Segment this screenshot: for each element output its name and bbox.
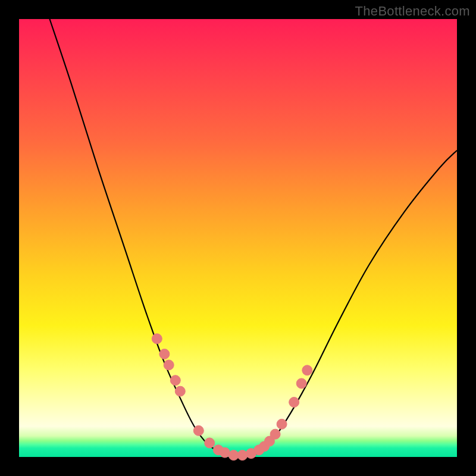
marker-dot: [296, 378, 306, 389]
marker-dot: [152, 334, 162, 344]
watermark-text: TheBottleneck.com: [355, 4, 470, 19]
marker-dot: [289, 397, 299, 408]
marker-dot: [164, 360, 174, 370]
outer-frame: TheBottleneck.com: [0, 0, 476, 476]
marker-dot: [175, 386, 185, 396]
marker-dots-group: [152, 334, 312, 461]
marker-dot: [237, 450, 248, 461]
curve-right-branch: [260, 151, 457, 453]
marker-dot: [277, 419, 287, 429]
plot-area: [19, 19, 457, 457]
marker-dot: [170, 375, 180, 386]
marker-dot: [159, 349, 170, 359]
marker-dot: [205, 438, 215, 448]
marker-dot: [270, 429, 280, 439]
marker-dot: [302, 365, 312, 375]
chart-svg: [19, 19, 457, 457]
marker-dot: [193, 425, 203, 436]
curve-left-branch: [50, 19, 221, 453]
